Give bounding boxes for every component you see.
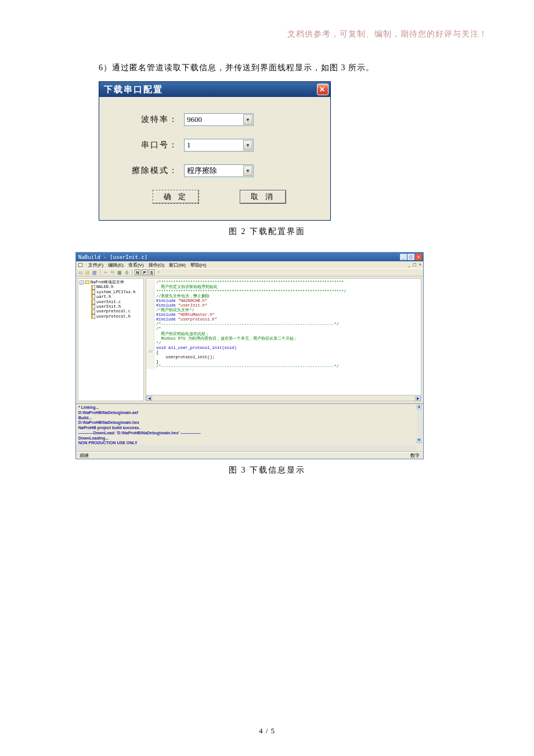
row-com: 串口号： 1 ▼	[110, 139, 320, 152]
ide-menubar: 文件(F) 编辑(E) 查看(V) 操作(O) 窗口(W) 帮助(H) _ ▢ …	[76, 261, 423, 268]
tree-file-item[interactable]: uart.h	[80, 294, 142, 299]
code-line: userprotocol_init();	[146, 355, 421, 359]
erase-value: 程序擦除	[187, 165, 217, 176]
help-icon[interactable]: ?	[156, 269, 161, 275]
line-number	[146, 332, 154, 336]
ide-titlebar: NaBuild - [userInit.c] _ ▢ ✕	[76, 253, 423, 261]
print-icon[interactable]: ⎙	[124, 269, 129, 275]
toolbar-separator	[100, 269, 100, 275]
tree-file-label: uart.h	[96, 294, 111, 299]
line-number	[146, 317, 154, 322]
download-config-dialog: 下载串口配置 ✕ 波特率： 9600 ▼ 串口号： 1 ▼	[99, 81, 331, 221]
paste-icon[interactable]: ▦	[117, 269, 122, 275]
line-number	[146, 322, 154, 326]
code-line: /*--------------------------------------…	[146, 322, 421, 326]
ide-title: NaBuild - [userInit.c]	[78, 254, 147, 260]
code-line: }	[146, 359, 421, 364]
open-file-icon[interactable]: ▤	[85, 269, 91, 275]
scroll-right-icon[interactable]: ▶	[415, 396, 421, 401]
menu-operate[interactable]: 操作(O)	[149, 262, 165, 268]
line-number	[146, 298, 154, 303]
toolbar-n-button[interactable]: N	[135, 269, 140, 275]
toolbar-p-button[interactable]: P	[142, 269, 147, 275]
code-editor[interactable]: /***************************************…	[146, 278, 421, 395]
tree-file-item[interactable]: userprotocol.c	[80, 309, 142, 314]
mdi-minimize-icon[interactable]: _	[408, 262, 410, 267]
save-icon[interactable]: ▧	[92, 269, 98, 275]
document-icon	[78, 263, 82, 267]
ok-button[interactable]: 确 定	[153, 190, 199, 204]
toolbar-separator	[132, 269, 132, 275]
tree-root-label: NaProHB项目文件	[91, 280, 124, 285]
line-number	[146, 312, 154, 317]
ide-main-area: −NaProHB项目文件NALED.hsystem_LPC17xx.huart.…	[76, 276, 423, 403]
line-number	[146, 336, 154, 341]
scroll-up-icon[interactable]: ▲	[417, 405, 421, 409]
file-icon	[91, 285, 95, 290]
tree-file-item[interactable]: userprotocol.h	[80, 314, 142, 319]
dialog-button-row: 确 定 取 消	[110, 190, 320, 204]
baud-value: 9600	[187, 115, 202, 124]
chevron-down-icon: ▼	[243, 140, 252, 150]
project-tree[interactable]: −NaProHB项目文件NALED.hsystem_LPC17xx.huart.…	[78, 278, 144, 401]
menu-window[interactable]: 窗口(W)	[169, 262, 186, 268]
toolbar-s-button[interactable]: S	[149, 269, 154, 275]
tree-file-label: userprotocol.c	[96, 309, 131, 314]
row-baud: 波特率： 9600 ▼	[110, 113, 320, 126]
output-line: Build...	[78, 416, 422, 421]
dialog-close-button[interactable]: ✕	[317, 84, 329, 95]
copy-icon[interactable]: ⧉	[110, 269, 116, 275]
line-number	[146, 359, 154, 364]
tree-collapse-icon[interactable]: −	[80, 280, 84, 285]
document-page: 文档供参考，可复制、编制，期待您的好评与关注！ 6）通过匿名管道读取下载信息，并…	[0, 0, 534, 756]
minimize-button[interactable]: _	[400, 254, 407, 260]
erase-combobox[interactable]: 程序擦除 ▼	[184, 164, 254, 177]
mdi-restore-icon[interactable]: ▢	[413, 262, 417, 267]
cancel-button[interactable]: 取 消	[240, 190, 286, 204]
page-number: 4 / 5	[0, 726, 534, 736]
output-vertical-scrollbar[interactable]: ▲ ▼	[417, 405, 423, 443]
menu-file[interactable]: 文件(F)	[88, 262, 103, 268]
window-close-button[interactable]: ✕	[415, 254, 422, 260]
line-number	[146, 326, 154, 331]
code-line: #include "userInit.h"	[146, 303, 421, 308]
menu-view[interactable]: 查看(V)	[128, 262, 144, 268]
editor-horizontal-scrollbar[interactable]: ◀ ▶	[146, 395, 421, 401]
output-line: D:\NaProHB\NaDebug\main.hex	[78, 420, 422, 426]
tree-file-label: system_LPC17xx.h	[96, 290, 135, 294]
mdi-close-icon[interactable]: ×	[419, 262, 421, 267]
cut-icon[interactable]: ✂	[103, 269, 109, 275]
code-line: Modbus RTU 为机理内置协议，放在第一个单元，用户协议从第二个开始；	[146, 336, 421, 341]
line-number	[146, 355, 154, 359]
baud-combobox[interactable]: 9600 ▼	[184, 113, 254, 126]
tree-file-label: userInit.c	[96, 300, 121, 304]
status-left: 就绪	[80, 452, 89, 459]
scroll-left-icon[interactable]: ◀	[146, 396, 152, 401]
file-icon	[91, 314, 95, 319]
code-line: #include "NDRtuMaster.h"	[146, 312, 421, 317]
tree-file-item[interactable]: userInit.h	[80, 304, 142, 309]
figure-2-caption: 图 2 下载配置界面	[46, 226, 488, 237]
com-combobox[interactable]: 1 ▼	[184, 139, 254, 152]
file-icon	[91, 304, 95, 309]
output-line: -----------DownLoad: 'D:\NaProHB\NaDebug…	[78, 431, 422, 436]
editor-panel: /***************************************…	[146, 276, 423, 403]
line-number	[146, 280, 154, 285]
menu-edit[interactable]: 编辑(E)	[108, 262, 124, 268]
output-horizontal-scrollbar[interactable]	[76, 445, 416, 451]
status-right: 数字	[410, 452, 420, 459]
scroll-down-icon[interactable]: ▼	[417, 438, 421, 443]
maximize-button[interactable]: ▢	[407, 254, 414, 260]
tree-file-item[interactable]: userInit.c	[80, 300, 142, 304]
tree-file-item[interactable]: system_LPC17xx.h	[80, 290, 142, 294]
code-line: 17{	[146, 350, 421, 355]
menu-help[interactable]: 帮助(H)	[190, 262, 206, 268]
dialog-body: 波特率： 9600 ▼ 串口号： 1 ▼ 擦除模式： 程序	[99, 97, 330, 220]
figure-3-ide-window: NaBuild - [userInit.c] _ ▢ ✕ 文件(F) 编辑(E)…	[75, 252, 424, 459]
tree-file-item[interactable]: NALED.h	[80, 285, 142, 289]
figure-2-dialog-container: 下载串口配置 ✕ 波特率： 9600 ▼ 串口号： 1 ▼	[99, 81, 331, 221]
project-tree-panel: −NaProHB项目文件NALED.hsystem_LPC17xx.huart.…	[76, 276, 146, 403]
output-panel[interactable]: * Linking... D:\NaProHB\NaDebug\main.axf…	[76, 403, 423, 452]
mdi-controls: _ ▢ ×	[408, 262, 421, 267]
new-file-icon[interactable]: ▭	[78, 269, 84, 275]
